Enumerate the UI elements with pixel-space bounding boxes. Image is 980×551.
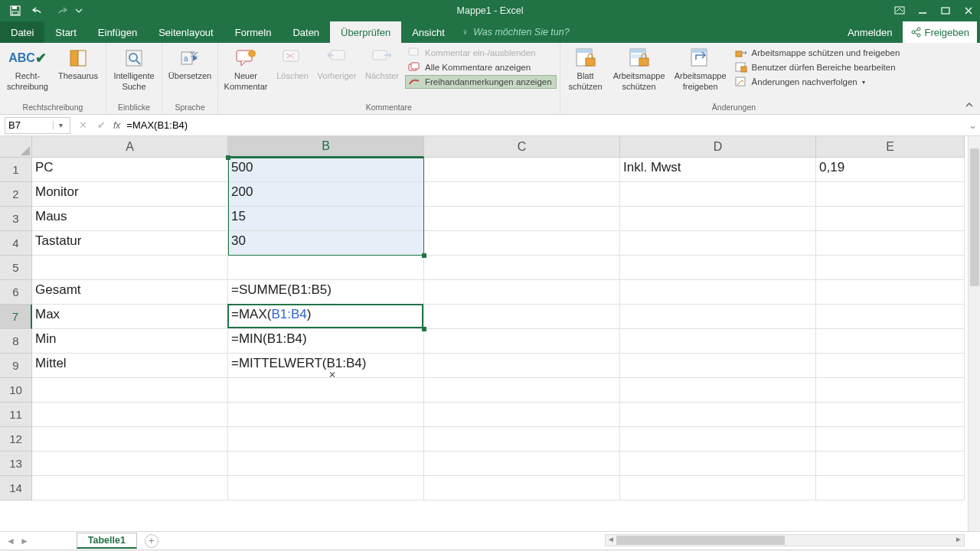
cell-D8[interactable]	[620, 329, 816, 354]
cell-B2[interactable]: 200	[228, 182, 424, 207]
spelling-button[interactable]: ABC✔ Recht- schreibung	[3, 44, 52, 91]
row-header[interactable]: 5	[0, 256, 32, 280]
cell-A9[interactable]: Mittel	[32, 354, 228, 378]
formula-expand-icon[interactable]: ⌄	[965, 119, 980, 131]
smart-lookup-button[interactable]: Intelligente Suche	[109, 44, 158, 91]
tab-formulas[interactable]: Formeln	[224, 21, 283, 43]
cell-C3[interactable]	[424, 207, 620, 231]
cell-D10[interactable]	[620, 378, 816, 403]
scroll-right-icon[interactable]: ►	[953, 535, 964, 546]
column-header[interactable]: E	[816, 136, 965, 158]
row-header[interactable]: 6	[0, 280, 32, 305]
cell-C12[interactable]	[424, 427, 620, 452]
cell-C11[interactable]	[424, 403, 620, 427]
tell-me-search[interactable]: ♀ Was möchten Sie tun?	[456, 21, 570, 43]
cell-C2[interactable]	[424, 182, 620, 207]
cell-B6[interactable]: =SUMME(B1:B5)	[228, 280, 424, 305]
cell-E12[interactable]	[816, 427, 965, 452]
column-headers[interactable]: ABCDE	[32, 136, 968, 158]
cell-D9[interactable]	[620, 354, 816, 378]
row-header[interactable]: 1	[0, 158, 32, 182]
name-box[interactable]: ▾	[5, 117, 70, 134]
column-header[interactable]: A	[32, 136, 228, 158]
row-headers[interactable]: 1234567891011121314	[0, 158, 32, 531]
protect-sheet-button[interactable]: Blatt schützen	[564, 44, 608, 91]
horizontal-scrollbar[interactable]: ◄ ►	[605, 534, 965, 546]
cell-A7[interactable]: Max	[32, 305, 228, 329]
row-header[interactable]: 11	[0, 403, 32, 427]
track-changes-button[interactable]: Änderungen nachverfolgen ▾	[732, 75, 905, 89]
qat-customize-icon[interactable]	[74, 2, 84, 20]
cell-A8[interactable]: Min	[32, 329, 228, 354]
cell-A3[interactable]: Maus	[32, 207, 228, 231]
protect-and-share-button[interactable]: Arbeitsmappe schützen und freigeben	[732, 46, 905, 60]
cell-A10[interactable]	[32, 378, 228, 403]
allow-edit-ranges-button[interactable]: Benutzer dürfen Bereiche bearbeiten	[732, 60, 905, 74]
toggle-comment-button[interactable]: Kommentar ein-/ausblenden	[405, 46, 557, 60]
cell-A12[interactable]	[32, 427, 228, 452]
row-header[interactable]: 8	[0, 329, 32, 354]
cell-A2[interactable]: Monitor	[32, 182, 228, 207]
cell-D7[interactable]	[620, 305, 816, 329]
row-header[interactable]: 14	[0, 476, 32, 500]
column-header[interactable]: C	[424, 136, 620, 158]
prev-sheet-icon[interactable]: ◄	[6, 536, 15, 546]
cell-D14[interactable]	[620, 476, 816, 500]
share-button[interactable]: Freigeben	[903, 21, 977, 43]
row-header[interactable]: 4	[0, 231, 32, 256]
cell-E6[interactable]	[816, 280, 965, 305]
cell-E7[interactable]	[816, 305, 965, 329]
sheet-nav[interactable]: ◄►	[0, 536, 35, 546]
cell-B11[interactable]	[228, 403, 424, 427]
new-comment-button[interactable]: Neuer Kommentar	[221, 44, 270, 91]
spreadsheet-grid[interactable]: ABCDE 1234567891011121314 PC500Inkl. Mws…	[0, 136, 980, 531]
share-workbook-button[interactable]: Arbeitsmappe freigeben	[671, 44, 730, 91]
tab-view[interactable]: Ansicht	[401, 21, 456, 43]
signin-link[interactable]: Anmelden	[840, 21, 900, 43]
cell-B14[interactable]	[228, 476, 424, 500]
vertical-scrollbar[interactable]	[968, 136, 980, 531]
horizontal-scroll-thumb[interactable]	[616, 536, 785, 545]
row-header[interactable]: 13	[0, 452, 32, 476]
cell-C10[interactable]	[424, 378, 620, 403]
cell-A13[interactable]	[32, 452, 228, 476]
cell-E2[interactable]	[816, 182, 965, 207]
close-icon[interactable]	[957, 0, 980, 21]
row-header[interactable]: 3	[0, 207, 32, 231]
save-icon[interactable]	[5, 2, 26, 20]
cell-C5[interactable]	[424, 256, 620, 280]
cell-D6[interactable]	[620, 280, 816, 305]
cells-area[interactable]: PC500Inkl. Mwst0,19Monitor200Maus15Tasta…	[32, 158, 968, 531]
cell-E3[interactable]	[816, 207, 965, 231]
cell-E1[interactable]: 0,19	[816, 158, 965, 182]
cell-D3[interactable]	[620, 207, 816, 231]
cell-E11[interactable]	[816, 403, 965, 427]
cell-A1[interactable]: PC	[32, 158, 228, 182]
show-all-comments-button[interactable]: Alle Kommentare anzeigen	[405, 60, 557, 74]
tab-file[interactable]: Datei	[0, 21, 44, 43]
cell-E14[interactable]	[816, 476, 965, 500]
select-all-button[interactable]	[0, 136, 32, 158]
tab-insert[interactable]: Einfügen	[87, 21, 148, 43]
thesaurus-button[interactable]: Thesaurus	[54, 44, 103, 81]
name-box-dropdown-icon[interactable]: ▾	[53, 121, 68, 129]
cell-A6[interactable]: Gesamt	[32, 280, 228, 305]
cell-D13[interactable]	[620, 452, 816, 476]
cell-D5[interactable]	[620, 256, 816, 280]
cell-B7[interactable]: =MAX(B1:B4)	[228, 305, 424, 329]
cell-B5[interactable]	[228, 256, 424, 280]
formula-input[interactable]	[125, 119, 965, 131]
cell-B13[interactable]	[228, 452, 424, 476]
sheet-tab-1[interactable]: Tabelle1	[77, 533, 137, 549]
cell-E8[interactable]	[816, 329, 965, 354]
minimize-icon[interactable]	[911, 0, 934, 21]
name-box-input[interactable]	[5, 119, 53, 131]
cell-E13[interactable]	[816, 452, 965, 476]
cell-B10[interactable]	[228, 378, 424, 403]
tab-review[interactable]: Überprüfen	[330, 21, 401, 43]
cell-A11[interactable]	[32, 403, 228, 427]
undo-icon[interactable]	[28, 2, 49, 20]
cell-C8[interactable]	[424, 329, 620, 354]
next-sheet-icon[interactable]: ►	[20, 536, 29, 546]
row-header[interactable]: 12	[0, 427, 32, 452]
